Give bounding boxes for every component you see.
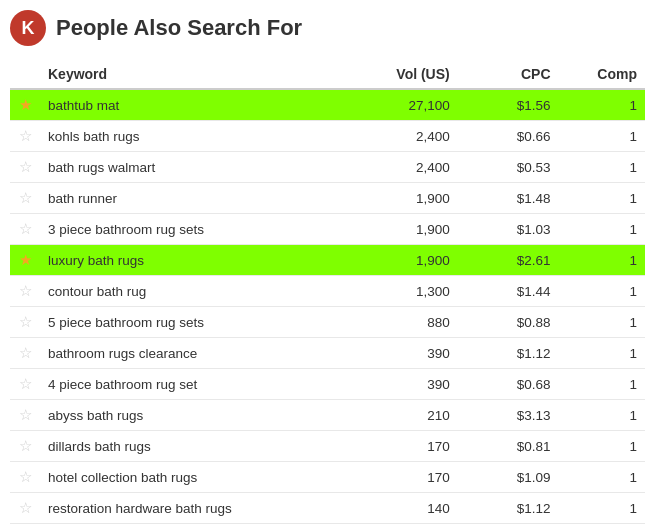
comp-cell: 0.99 [559,524,645,529]
vol-cell: 880 [328,307,458,338]
star-icon[interactable]: ☆ [19,406,32,423]
star-icon[interactable]: ★ [19,251,32,268]
table-header-row: Keyword Vol (US) CPC Comp [10,60,645,89]
table-row: ☆abyss bath rugs210$3.131 [10,400,645,431]
keyword-cell: bathroom rugs clearance [40,338,328,369]
vol-cell: 1,900 [328,183,458,214]
cpc-cell: $0.68 [458,369,559,400]
cpc-cell: $0.66 [458,121,559,152]
keyword-cell: abyss bath rugs [40,400,328,431]
cpc-cell: $1.48 [458,183,559,214]
star-icon[interactable]: ☆ [19,499,32,516]
table-row: ☆restoration hardware bath rugs140$1.121 [10,493,645,524]
cpc-cell: $0.43 [458,524,559,529]
table-row: ☆3 piece bathroom rug sets1,900$1.031 [10,214,645,245]
keyword-table: Keyword Vol (US) CPC Comp ★bathtub mat27… [10,60,645,528]
cpc-cell: $1.56 [458,89,559,121]
comp-cell: 1 [559,245,645,276]
star-icon[interactable]: ☆ [19,375,32,392]
cpc-cell: $1.12 [458,338,559,369]
vol-cell: 140 [328,493,458,524]
table-row: ☆west elm bath rugs90$0.430.99 [10,524,645,529]
comp-cell: 1 [559,493,645,524]
table-row: ☆dillards bath rugs170$0.811 [10,431,645,462]
page-header: K People Also Search For [10,10,645,46]
star-icon[interactable]: ★ [19,96,32,113]
table-row: ☆contour bath rug1,300$1.441 [10,276,645,307]
star-icon[interactable]: ☆ [19,282,32,299]
keyword-cell: kohls bath rugs [40,121,328,152]
cpc-cell: $3.13 [458,400,559,431]
keyword-cell: bathtub mat [40,89,328,121]
cpc-cell: $1.03 [458,214,559,245]
vol-cell: 170 [328,462,458,493]
vol-cell: 1,900 [328,245,458,276]
cpc-cell: $1.09 [458,462,559,493]
keyword-cell: bath rugs walmart [40,152,328,183]
cpc-cell: $2.61 [458,245,559,276]
table-row: ☆bath rugs walmart2,400$0.531 [10,152,645,183]
vol-cell: 27,100 [328,89,458,121]
star-icon[interactable]: ☆ [19,220,32,237]
vol-cell: 2,400 [328,121,458,152]
keyword-cell: dillards bath rugs [40,431,328,462]
star-icon[interactable]: ☆ [19,437,32,454]
table-row: ☆4 piece bathroom rug set390$0.681 [10,369,645,400]
table-row: ★bathtub mat27,100$1.561 [10,89,645,121]
keyword-cell: west elm bath rugs [40,524,328,529]
vol-cell: 1,900 [328,214,458,245]
star-icon[interactable]: ☆ [19,127,32,144]
comp-cell: 1 [559,214,645,245]
keyword-cell: 4 piece bathroom rug set [40,369,328,400]
table-row: ☆hotel collection bath rugs170$1.091 [10,462,645,493]
cpc-cell: $0.81 [458,431,559,462]
comp-cell: 1 [559,183,645,214]
keyword-cell: 3 piece bathroom rug sets [40,214,328,245]
vol-cell: 390 [328,369,458,400]
star-icon[interactable]: ☆ [19,158,32,175]
star-icon[interactable]: ☆ [19,344,32,361]
col-star [10,60,40,89]
cpc-cell: $0.53 [458,152,559,183]
star-icon[interactable]: ☆ [19,313,32,330]
comp-cell: 1 [559,338,645,369]
cpc-cell: $1.12 [458,493,559,524]
comp-cell: 1 [559,462,645,493]
comp-cell: 1 [559,152,645,183]
comp-cell: 1 [559,276,645,307]
vol-cell: 2,400 [328,152,458,183]
page-title: People Also Search For [56,15,302,41]
star-icon[interactable]: ☆ [19,468,32,485]
vol-cell: 90 [328,524,458,529]
keyword-cell: contour bath rug [40,276,328,307]
keyword-cell: hotel collection bath rugs [40,462,328,493]
comp-cell: 1 [559,89,645,121]
cpc-cell: $0.88 [458,307,559,338]
comp-cell: 1 [559,369,645,400]
vol-cell: 1,300 [328,276,458,307]
keyword-cell: bath runner [40,183,328,214]
keyword-cell: 5 piece bathroom rug sets [40,307,328,338]
table-row: ☆5 piece bathroom rug sets880$0.881 [10,307,645,338]
star-icon[interactable]: ☆ [19,189,32,206]
keyword-cell: restoration hardware bath rugs [40,493,328,524]
table-row: ☆bathroom rugs clearance390$1.121 [10,338,645,369]
table-row: ☆kohls bath rugs2,400$0.661 [10,121,645,152]
comp-cell: 1 [559,121,645,152]
vol-cell: 170 [328,431,458,462]
vol-cell: 210 [328,400,458,431]
vol-cell: 390 [328,338,458,369]
comp-cell: 1 [559,307,645,338]
table-row: ★luxury bath rugs1,900$2.611 [10,245,645,276]
col-vol: Vol (US) [328,60,458,89]
comp-cell: 1 [559,400,645,431]
col-cpc: CPC [458,60,559,89]
keyword-cell: luxury bath rugs [40,245,328,276]
comp-cell: 1 [559,431,645,462]
col-keyword: Keyword [40,60,328,89]
cpc-cell: $1.44 [458,276,559,307]
col-comp: Comp [559,60,645,89]
logo-icon: K [10,10,46,46]
table-row: ☆bath runner1,900$1.481 [10,183,645,214]
